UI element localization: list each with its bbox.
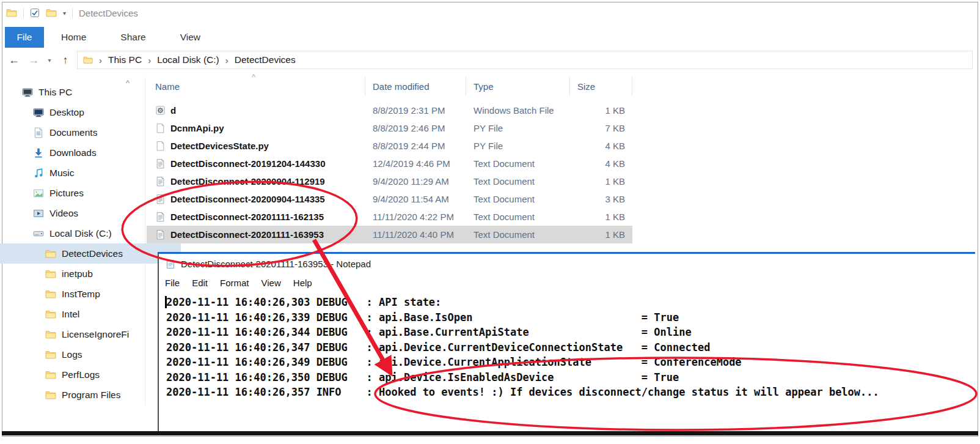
- history-caret-icon[interactable]: ▾: [45, 57, 54, 64]
- column-header-type[interactable]: Type: [466, 77, 570, 95]
- log-line: 2020-11-11 16:40:26,349 DEBUG : api.Devi…: [166, 355, 975, 370]
- file-size: 1 KB: [570, 212, 632, 222]
- folder-icon: [45, 329, 56, 340]
- sidebar-item-intel[interactable]: Intel: [0, 304, 181, 324]
- menu-view[interactable]: View: [255, 278, 287, 288]
- sidebar-item-pictures[interactable]: Pictures: [0, 183, 169, 203]
- log-line: 2020-11-11 16:40:26,357 INFO : Hooked to…: [166, 385, 975, 400]
- sidebar-item-detectdevices[interactable]: DetectDevices: [0, 243, 181, 264]
- file-size: 1 KB: [570, 229, 632, 240]
- text-file-icon: [155, 176, 166, 187]
- file-name: DetectDisconnect-20191204-144330: [170, 158, 325, 169]
- sidebar-item-documents[interactable]: Documents: [0, 122, 169, 142]
- breadcrumb-chevron-icon: ›: [224, 55, 230, 65]
- sidebar-item-this-pc[interactable]: This PC: [0, 82, 158, 102]
- tab-file[interactable]: File: [5, 27, 44, 48]
- file-row[interactable]: DcnmApi.py 8/8/2019 2:46 PM PY File 7 KB: [147, 119, 632, 137]
- ribbon-tabs: File Home Share View: [5, 27, 218, 48]
- forward-icon[interactable]: →: [26, 54, 42, 67]
- sidebar-item-label: PerfLogs: [62, 369, 100, 380]
- sidebar-item-videos[interactable]: Videos: [0, 203, 169, 223]
- sort-ascending-icon: ^: [252, 72, 255, 81]
- folder-icon: [45, 349, 56, 360]
- notepad-titlebar[interactable]: DetectDisconnect-20201111-163953 - Notep…: [159, 254, 975, 274]
- navigation-pane: This PC Desktop Documents Downloads Musi…: [0, 77, 142, 405]
- breadcrumb-item-detectdevices[interactable]: DetectDevices: [235, 54, 296, 65]
- menu-file[interactable]: File: [159, 278, 186, 288]
- text-file-icon: [155, 212, 166, 222]
- file-name: DetectDevicesState.py: [170, 141, 269, 151]
- folder-icon: [45, 369, 56, 380]
- file-date: 8/8/2019 2:44 PM: [365, 141, 466, 151]
- column-header-name[interactable]: Name: [147, 77, 365, 95]
- file-type: Text Document: [466, 158, 570, 169]
- file-row[interactable]: DetectDevicesState.py 8/8/2019 2:44 PM P…: [147, 137, 632, 155]
- sidebar-item-label: Pictures: [49, 188, 84, 199]
- tab-view[interactable]: View: [163, 27, 218, 48]
- toolbar-divider: [72, 8, 73, 18]
- sidebar-item-logs[interactable]: Logs: [0, 344, 181, 364]
- file-row[interactable]: DetectDisconnect-20200904-114335 9/4/202…: [147, 190, 632, 208]
- screenshot-root: ▾ DetectDevices File Home Share View ← →…: [0, 0, 980, 444]
- file-row[interactable]: d 8/8/2019 2:31 PM Windows Batch File 1 …: [147, 102, 632, 119]
- breadcrumb[interactable]: › This PC › Local Disk (C:) › DetectDevi…: [77, 51, 973, 69]
- sidebar-item-label: DetectDevices: [62, 248, 123, 259]
- sidebar-item-perflogs[interactable]: PerfLogs: [0, 364, 181, 385]
- file-name: DetectDisconnect-20201111-163953: [170, 229, 324, 240]
- sidebar-item-music[interactable]: Music: [0, 163, 169, 183]
- checkbox-icon[interactable]: [30, 8, 40, 18]
- sidebar-item-inetpub[interactable]: inetpub: [0, 264, 181, 284]
- new-folder-icon[interactable]: [46, 7, 57, 18]
- file-row[interactable]: DetectDisconnect-20191204-144330 12/4/20…: [147, 155, 632, 172]
- file-row-selected[interactable]: DetectDisconnect-20201111-163953 11/11/2…: [147, 226, 632, 243]
- folder-icon[interactable]: [6, 7, 17, 18]
- file-size: 7 KB: [570, 123, 632, 133]
- sidebar-item-downloads[interactable]: Downloads: [0, 142, 169, 163]
- menu-format[interactable]: Format: [214, 278, 255, 288]
- breadcrumb-item-local-disk[interactable]: Local Disk (C:): [157, 54, 219, 65]
- file-name: DetectDisconnect-20201111-162135: [170, 212, 324, 222]
- file-rows: d 8/8/2019 2:31 PM Windows Batch File 1 …: [147, 95, 632, 243]
- menu-edit[interactable]: Edit: [186, 278, 214, 288]
- sidebar-item-insttemp[interactable]: InstTemp: [0, 284, 181, 304]
- notepad-window: DetectDisconnect-20201111-163953 - Notep…: [158, 252, 975, 431]
- column-header-date-modified[interactable]: Date modified: [365, 77, 466, 95]
- log-line: 2020-11-11 16:40:26,339 DEBUG : api.Base…: [166, 310, 975, 325]
- file-row[interactable]: DetectDisconnect-20201111-162135 11/11/2…: [147, 208, 632, 226]
- sidebar-item-local-disk-c[interactable]: Local Disk (C:): [0, 223, 169, 243]
- breadcrumb-chevron-icon: ›: [98, 55, 103, 65]
- file-type: Windows Batch File: [466, 105, 570, 116]
- log-line: 2020-11-11 16:40:26,350 DEBUG : api.Devi…: [166, 370, 975, 385]
- log-line: 2020-11-11 16:40:26,344 DEBUG : api.Base…: [166, 325, 975, 340]
- sidebar-item-label: Desktop: [49, 107, 84, 118]
- tab-home[interactable]: Home: [44, 27, 103, 48]
- file-row[interactable]: DetectDisconnect-20200904-112919 9/4/202…: [147, 172, 632, 190]
- file-type: PY File: [466, 141, 570, 151]
- column-header-size[interactable]: Size: [570, 77, 632, 95]
- sidebar-item-label: InstTemp: [62, 289, 100, 300]
- file-date: 9/4/2020 11:54 AM: [365, 194, 466, 204]
- picture-icon: [33, 188, 44, 199]
- batch-file-icon: [155, 105, 166, 116]
- sidebar-item-licenseignorefi[interactable]: LicenseIgnoreFi: [0, 324, 181, 344]
- notepad-icon: [166, 259, 175, 269]
- file-name: DetectDisconnect-20200904-114335: [170, 194, 325, 204]
- file-type: Text Document: [466, 229, 570, 240]
- sidebar-item-desktop[interactable]: Desktop: [0, 102, 169, 122]
- notepad-text-area[interactable]: 2020-11-11 16:40:26,303 DEBUG : API stat…: [159, 292, 975, 400]
- sidebar-item-program-files[interactable]: Program Files: [0, 385, 181, 405]
- file-name: DcnmApi.py: [170, 123, 224, 133]
- notepad-title: DetectDisconnect-20201111-163953 - Notep…: [181, 259, 371, 269]
- up-icon[interactable]: ↑: [57, 54, 73, 67]
- back-icon[interactable]: ←: [6, 54, 22, 67]
- breadcrumb-item-this-pc[interactable]: This PC: [108, 54, 142, 65]
- toolbar-dropdown-caret-icon[interactable]: ▾: [63, 10, 66, 17]
- toolbar-divider: [23, 8, 24, 18]
- document-icon: [33, 127, 44, 138]
- folder-icon: [45, 390, 56, 401]
- sidebar-item-label: This PC: [38, 87, 72, 98]
- file-type: Text Document: [466, 212, 570, 222]
- menu-help[interactable]: Help: [287, 278, 318, 288]
- file-date: 8/8/2019 2:31 PM: [365, 105, 466, 116]
- tab-share[interactable]: Share: [103, 27, 163, 48]
